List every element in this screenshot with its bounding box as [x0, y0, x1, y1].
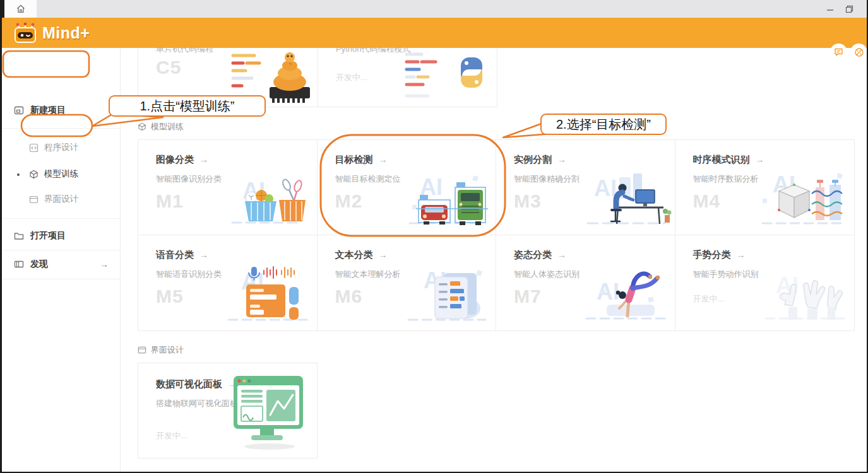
card-subtitle: 智能时序数据分析	[693, 173, 759, 185]
section-label: 模型训练	[151, 121, 184, 132]
divider	[2, 128, 121, 129]
card-title: 文本分类	[335, 249, 373, 260]
card-gesture-classification[interactable]: 手势分类→ 智能手势动作识别 开发中... AI	[675, 235, 855, 330]
card-watermark: M3	[514, 190, 542, 212]
card-subtitle: 单片机代码编程	[156, 48, 213, 55]
title-bar	[0, 0, 868, 18]
card-title: 时序模式识别	[693, 154, 750, 165]
card-watermark: M2	[335, 190, 363, 212]
arrow-icon: →	[737, 250, 746, 260]
restore-button[interactable]	[840, 0, 859, 18]
card-subtitle: 智能图像识别分类	[156, 173, 222, 185]
sidebar-item-new-project[interactable]: 新建项目	[14, 105, 66, 116]
sidebar-item-label: 程序设计	[44, 142, 78, 153]
card-instance-segmentation[interactable]: 实例分割→ 智能图像精确分割 M3 AI	[496, 140, 675, 235]
card-python-programming[interactable]: Python代码编程模式 开发中...	[318, 48, 498, 107]
annotation-step1: 1.点击“模型训练”	[109, 95, 266, 117]
card-watermark: M7	[514, 286, 542, 307]
sidebar-item-discover[interactable]: 发现 →	[14, 259, 109, 270]
timeseries-illustration: AI	[754, 168, 852, 228]
home-icon	[16, 4, 26, 14]
card-data-visualization[interactable]: 数据可视化面板→ 搭建物联网可视化面板 开发中...	[138, 363, 318, 458]
window-edge-left	[0, 0, 2, 473]
mindplus-window: Mind+ 新建项目	[0, 0, 868, 473]
card-title: 手势分类	[693, 249, 731, 260]
layout-icon	[29, 195, 39, 204]
home-tab[interactable]	[4, 0, 37, 18]
minimize-icon	[826, 5, 834, 13]
card-subtitle: 智能语音识别分类	[156, 269, 222, 280]
sidebar-item-open-project[interactable]: 打开项目	[14, 230, 66, 242]
folder-icon	[14, 231, 24, 241]
card-watermark: C5	[156, 57, 181, 78]
arrow-icon: →	[199, 250, 208, 260]
discover-icon	[14, 259, 24, 269]
sidebar: 新建项目 程序设计 模型训练 界面设计	[2, 48, 121, 472]
card-title: 数据可视化面板	[156, 378, 222, 389]
sidebar-item-model-training[interactable]: 模型训练	[29, 168, 78, 180]
divider	[2, 250, 121, 250]
active-marker	[17, 173, 20, 176]
card-pose-classification[interactable]: 姿态分类→ 智能人体姿态识别 M7 AI	[496, 235, 675, 330]
feedback-bubble-icon	[834, 47, 843, 57]
arrow-icon: →	[379, 250, 388, 260]
layout-icon	[138, 346, 146, 354]
logo-text: Mind+	[42, 24, 90, 42]
language-globe-icon	[854, 47, 864, 57]
annotation-step1-text: 1.点击“模型训练”	[140, 98, 235, 115]
restore-icon	[845, 5, 853, 13]
arrow-icon: →	[379, 155, 388, 165]
annotation-step2: 2.选择“目标检测”	[540, 114, 667, 135]
card-subtitle: 智能图像精确分割	[514, 173, 580, 185]
card-text-classification[interactable]: 文本分类→ 智能文本理解分析 M6 AI	[318, 235, 497, 330]
object-detection-illustration: AI	[398, 168, 493, 228]
instance-segmentation-illustration: AI	[578, 168, 672, 228]
cube-icon	[138, 122, 146, 131]
card-subtitle: 搭建物联网可视化面板	[156, 398, 238, 409]
data-visualization-illustration	[232, 375, 307, 452]
svg-text:AI: AI	[594, 175, 617, 201]
image-classification-illustration: AI	[220, 168, 314, 228]
model-cards-grid: 图像分类→ 智能图像识别分类 M1 AI 目标检测→ 智能目	[138, 139, 855, 331]
text-classification-illustration: AI	[398, 264, 493, 324]
card-watermark: M1	[156, 190, 184, 212]
card-subtitle: 智能人体姿态识别	[514, 269, 580, 280]
chevron-right-icon: →	[100, 259, 109, 269]
language-button[interactable]	[850, 44, 867, 61]
section-header-model-training: 模型训练	[138, 121, 184, 132]
card-title: 实例分割	[514, 154, 552, 165]
arrow-icon: →	[557, 250, 566, 260]
svg-text:AI: AI	[597, 279, 619, 305]
section-label: 界面设计	[151, 344, 184, 356]
annotation-step2-text: 2.选择“目标检测”	[556, 116, 651, 133]
sidebar-item-ui-design[interactable]: 界面设计	[29, 194, 78, 205]
card-watermark: M4	[693, 190, 721, 212]
card-title: 语音分类	[156, 249, 194, 260]
card-watermark: M6	[335, 286, 363, 307]
sidebar-item-label: 界面设计	[44, 194, 78, 205]
sidebar-item-program-design[interactable]: 程序设计	[29, 142, 78, 153]
card-object-detection[interactable]: 目标检测→ 智能目标检测定位 M2 AI	[318, 140, 497, 235]
card-image-classification[interactable]: 图像分类→ 智能图像识别分类 M1 AI	[138, 140, 318, 235]
sidebar-item-label: 打开项目	[30, 230, 66, 242]
mindplus-logo: Mind+	[13, 23, 90, 44]
card-watermark: M5	[156, 286, 184, 307]
card-subtitle: 智能目标检测定位	[335, 173, 401, 185]
card-title: 姿态分类	[514, 249, 552, 260]
sidebar-item-label: 模型训练	[44, 168, 78, 180]
app-header: Mind+	[2, 18, 867, 48]
card-subtitle: 智能手势动作识别	[693, 269, 759, 280]
audio-classification-illustration: AI	[220, 264, 314, 324]
gesture-classification-illustration: AI	[757, 264, 852, 324]
arrow-icon: →	[199, 155, 208, 165]
minimize-button[interactable]	[821, 0, 840, 18]
card-subtitle: Python代码编程模式	[336, 48, 410, 55]
python-illustration	[400, 48, 495, 106]
card-audio-classification[interactable]: 语音分类→ 智能语音识别分类 M5 AI	[138, 235, 318, 330]
section-header-ui-design: 界面设计	[138, 344, 184, 356]
feedback-button[interactable]	[830, 44, 847, 61]
card-timeseries-recognition[interactable]: 时序模式识别→ 智能时序数据分析 M4 AI	[675, 140, 855, 235]
sidebar-item-label: 发现	[30, 259, 48, 270]
robot-logo-icon	[13, 23, 37, 44]
code-icon	[29, 143, 39, 153]
